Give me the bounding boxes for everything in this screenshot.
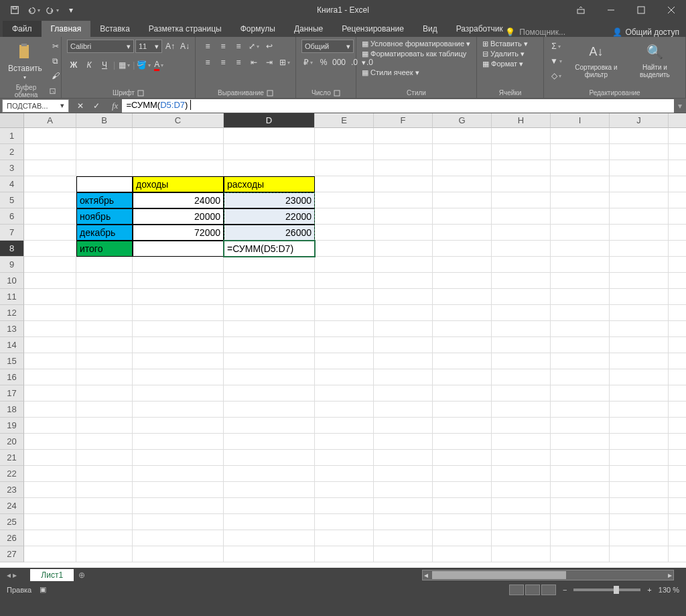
cell-F26[interactable] — [374, 530, 433, 546]
cell-F23[interactable] — [374, 482, 433, 498]
tab-home[interactable]: Главная — [42, 21, 91, 37]
cell-G11[interactable] — [433, 289, 492, 305]
cell-D22[interactable] — [224, 466, 315, 482]
cell-C14[interactable] — [133, 337, 224, 353]
normal-view-icon[interactable] — [509, 584, 524, 595]
cell-K17[interactable] — [669, 385, 686, 402]
maximize-icon[interactable] — [626, 0, 656, 20]
cell-B9[interactable] — [76, 257, 133, 273]
cell-A6[interactable] — [24, 208, 76, 225]
qat-customize-icon[interactable]: ▾ — [63, 2, 79, 18]
select-all-corner[interactable] — [0, 113, 24, 128]
row-header-10[interactable]: 10 — [0, 273, 24, 289]
cell-I6[interactable] — [551, 208, 610, 225]
cell-E7[interactable] — [315, 225, 374, 241]
cell-H12[interactable] — [492, 305, 551, 321]
cell-A10[interactable] — [24, 273, 76, 289]
cell-D5[interactable]: 23000 — [224, 192, 315, 208]
insert-cells-button[interactable]: ⊞ Вставить ▾ — [482, 40, 528, 48]
cell-I8[interactable] — [551, 241, 610, 257]
cell-J1[interactable] — [610, 128, 669, 144]
name-box[interactable]: ПОДСТАВ...▾ — [2, 99, 69, 113]
cell-D8[interactable]: =СУММ(D5:D7) — [224, 241, 315, 257]
cell-I21[interactable] — [551, 450, 610, 466]
row-header-5[interactable]: 5 — [0, 192, 24, 208]
cell-H25[interactable] — [492, 514, 551, 530]
cell-C3[interactable] — [133, 160, 224, 176]
cell-A27[interactable] — [24, 546, 76, 562]
row-header-23[interactable]: 23 — [0, 482, 24, 498]
cell-D23[interactable] — [224, 482, 315, 498]
font-size-combo[interactable]: 11▾ — [135, 40, 162, 53]
underline-button[interactable]: Ч — [98, 58, 111, 72]
cell-C27[interactable] — [133, 546, 224, 562]
cell-A11[interactable] — [24, 289, 76, 305]
cell-B17[interactable] — [76, 385, 133, 402]
cell-K20[interactable] — [669, 434, 686, 450]
decrease-indent-icon[interactable]: ⇤ — [247, 56, 261, 69]
row-header-4[interactable]: 4 — [0, 176, 24, 192]
col-header-G[interactable]: G — [433, 113, 492, 128]
currency-icon[interactable]: ₽ — [301, 56, 315, 69]
cell-B4[interactable] — [76, 176, 133, 192]
cell-F20[interactable] — [374, 434, 433, 450]
cell-B3[interactable] — [76, 160, 133, 176]
format-painter-icon[interactable]: 🖌 — [49, 69, 62, 82]
cell-E18[interactable] — [315, 402, 374, 418]
row-header-11[interactable]: 11 — [0, 289, 24, 305]
cell-B27[interactable] — [76, 546, 133, 562]
cell-B25[interactable] — [76, 514, 133, 530]
cell-G6[interactable] — [433, 208, 492, 225]
sheet-nav[interactable]: ◂ ▸ — [7, 570, 17, 580]
cell-G17[interactable] — [433, 385, 492, 402]
cell-A14[interactable] — [24, 337, 76, 353]
confirm-edit-icon[interactable]: ✓ — [89, 100, 104, 112]
cell-J13[interactable] — [610, 321, 669, 337]
cell-D7[interactable]: 26000 — [224, 225, 315, 241]
cell-F14[interactable] — [374, 337, 433, 353]
cell-H16[interactable] — [492, 369, 551, 385]
cell-B6[interactable]: ноябрь — [76, 208, 133, 225]
cell-F22[interactable] — [374, 466, 433, 482]
orientation-icon[interactable]: ⤢ — [247, 40, 261, 53]
cell-K24[interactable] — [669, 498, 686, 514]
cell-K9[interactable] — [669, 257, 686, 273]
cell-D16[interactable] — [224, 369, 315, 385]
cell-I1[interactable] — [551, 128, 610, 144]
cell-K3[interactable] — [669, 160, 686, 176]
cell-F16[interactable] — [374, 369, 433, 385]
cell-H21[interactable] — [492, 450, 551, 466]
cell-K6[interactable] — [669, 208, 686, 225]
cell-K11[interactable] — [669, 289, 686, 305]
grow-font-icon[interactable]: A↑ — [163, 40, 177, 53]
tab-data[interactable]: Данные — [285, 21, 332, 37]
share-button[interactable]: 👤 Общий доступ — [612, 27, 679, 37]
tab-formulas[interactable]: Формулы — [231, 21, 285, 37]
cell-G12[interactable] — [433, 305, 492, 321]
fill-icon[interactable]: ▼ — [549, 54, 563, 68]
cell-B14[interactable] — [76, 337, 133, 353]
cell-I5[interactable] — [551, 192, 610, 208]
cell-F11[interactable] — [374, 289, 433, 305]
cell-C15[interactable] — [133, 353, 224, 369]
formula-input[interactable]: =СУММ(D5:D7) — [122, 99, 674, 113]
cell-G5[interactable] — [433, 192, 492, 208]
tell-me[interactable]: 💡 Помощник... — [505, 27, 565, 37]
cell-F10[interactable] — [374, 273, 433, 289]
cell-K19[interactable] — [669, 418, 686, 434]
cell-A21[interactable] — [24, 450, 76, 466]
cell-D20[interactable] — [224, 434, 315, 450]
cell-E3[interactable] — [315, 160, 374, 176]
cell-E19[interactable] — [315, 418, 374, 434]
formula-expand-icon[interactable]: ▾ — [674, 101, 686, 111]
cell-E16[interactable] — [315, 369, 374, 385]
cell-B16[interactable] — [76, 369, 133, 385]
row-header-2[interactable]: 2 — [0, 144, 24, 160]
cell-D17[interactable] — [224, 385, 315, 402]
cell-J14[interactable] — [610, 337, 669, 353]
save-icon[interactable] — [7, 2, 23, 18]
cell-J25[interactable] — [610, 514, 669, 530]
col-header-I[interactable]: I — [551, 113, 610, 128]
cell-H1[interactable] — [492, 128, 551, 144]
cell-J21[interactable] — [610, 450, 669, 466]
